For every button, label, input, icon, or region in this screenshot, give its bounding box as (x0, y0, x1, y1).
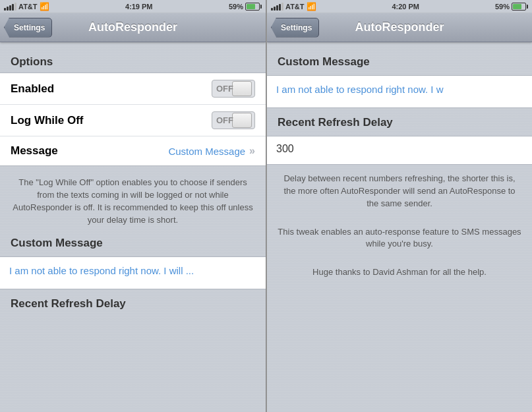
status-left-right: AT&T 📶 (271, 2, 316, 11)
options-description: The "Log While Off" option enables you t… (0, 171, 266, 231)
signal-bars-right (271, 3, 283, 11)
status-right-right: 59% (495, 3, 528, 11)
back-button-left[interactable]: Settings (4, 18, 52, 38)
log-while-off-label: Log While Off (11, 114, 83, 127)
content-right: Custom Message I am not able to respond … (267, 42, 532, 412)
rbar1 (271, 8, 273, 11)
enabled-row[interactable]: Enabled OFF (0, 73, 266, 105)
status-bar-left: AT&T 📶 4:19 PM 59% (0, 0, 266, 13)
back-button-right[interactable]: Settings (271, 18, 319, 38)
wifi-icon-right: 📶 (307, 2, 316, 11)
options-header: Options (0, 50, 266, 73)
bar5 (15, 3, 16, 11)
battery-icon-right (512, 3, 528, 11)
log-while-off-toggle-container: OFF (212, 111, 255, 129)
custom-message-header-left: Custom Message (0, 231, 266, 254)
recent-refresh-header-right: Recent Refresh Delay (267, 111, 532, 133)
log-while-off-toggle[interactable]: OFF (212, 111, 255, 129)
carrier-left: AT&T (18, 3, 38, 11)
log-while-off-toggle-label: OFF (216, 115, 233, 125)
nav-title-left: AutoResponder (88, 20, 177, 34)
status-left: AT&T 📶 (4, 2, 49, 11)
message-row-right: Custom Message » (168, 145, 255, 157)
status-bar-right: AT&T 📶 4:20 PM 59% (267, 0, 532, 13)
status-right-left: 59% (229, 3, 262, 11)
nav-bar-right: Settings AutoResponder (267, 13, 532, 42)
custom-message-input-left[interactable]: I am not able to respond right now. I wi… (0, 256, 266, 289)
time-right: 4:20 PM (392, 3, 419, 11)
back-label-right: Settings (281, 23, 312, 32)
battery-pct-right: 59% (495, 3, 510, 11)
options-table: Enabled OFF Log While Off OFF (0, 73, 266, 166)
content-left: Options Enabled OFF Log While Off OFF (0, 42, 266, 412)
wifi-icon-left: 📶 (40, 2, 49, 11)
carrier-right: AT&T (285, 3, 305, 11)
custom-message-text-right: I am not able to respond right now. I w (276, 84, 443, 95)
recent-refresh-header-left: Recent Refresh Delay (0, 292, 266, 314)
enabled-toggle[interactable]: OFF (212, 80, 255, 98)
rbar5 (281, 3, 283, 11)
custom-message-header-right: Custom Message (267, 50, 532, 73)
bar1 (4, 8, 6, 11)
rbar3 (276, 5, 278, 11)
enabled-toggle-container: OFF (212, 80, 255, 98)
bar2 (7, 7, 9, 11)
refresh-delay-value: 300 (276, 143, 294, 154)
message-chevron-icon: » (249, 145, 255, 157)
enabled-label: Enabled (11, 82, 54, 96)
enabled-toggle-thumb (232, 81, 252, 96)
message-label: Message (11, 144, 58, 158)
refresh-description: Delay between recent numbers refreshing,… (267, 167, 532, 216)
rbar4 (279, 4, 281, 11)
message-value: Custom Message (168, 146, 245, 157)
left-screen: AT&T 📶 4:19 PM 59% Settings AutoResponde… (0, 0, 266, 412)
message-row[interactable]: Message Custom Message » (0, 136, 266, 165)
battery-icon-left (245, 3, 262, 11)
refresh-delay-input[interactable]: 300 (267, 136, 532, 165)
nav-bar-left: Settings AutoResponder (0, 13, 266, 42)
bar4 (12, 4, 14, 11)
enabled-toggle-label: OFF (216, 84, 233, 94)
log-while-off-toggle-thumb (232, 113, 252, 128)
rbar2 (274, 7, 276, 11)
tweak-description: This tweak enables an auto-response feat… (267, 221, 532, 256)
back-label-left: Settings (14, 23, 45, 32)
time-left: 4:19 PM (125, 3, 153, 11)
right-screen: AT&T 📶 4:20 PM 59% Settings AutoResponde… (266, 0, 532, 412)
bar3 (9, 5, 11, 11)
custom-message-text-left: I am not able to respond right now. I wi… (9, 265, 194, 276)
signal-bars-left (4, 3, 16, 11)
log-while-off-row[interactable]: Log While Off OFF (0, 105, 266, 136)
nav-title-right: AutoResponder (355, 20, 444, 34)
thanks-description: Huge thanks to David Ashman for all the … (267, 261, 532, 284)
custom-message-input-right[interactable]: I am not able to respond right now. I w (267, 75, 532, 108)
battery-pct-left: 59% (229, 3, 243, 11)
